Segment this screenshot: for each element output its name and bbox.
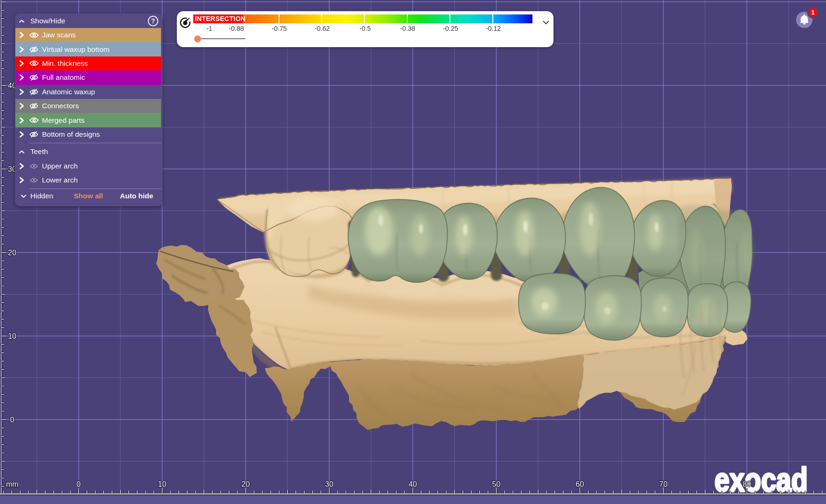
- svg-text:1: 1: [811, 9, 815, 16]
- svg-text:0: 0: [77, 480, 81, 488]
- svg-text:10: 10: [8, 332, 16, 340]
- svg-text:70: 70: [659, 480, 668, 488]
- svg-text:50: 50: [492, 480, 501, 488]
- svg-text:80: 80: [743, 480, 751, 488]
- svg-text:?: ?: [151, 17, 155, 25]
- svg-text:30: 30: [325, 480, 334, 488]
- svg-text:40: 40: [409, 480, 417, 488]
- svg-text:60: 60: [576, 480, 584, 488]
- svg-text:10: 10: [158, 480, 167, 488]
- svg-text:mm: mm: [6, 480, 19, 488]
- svg-text:20: 20: [242, 480, 250, 488]
- svg-text:0: 0: [10, 416, 14, 424]
- svg-text:exocad: exocad: [714, 461, 808, 498]
- svg-text:20: 20: [8, 249, 16, 257]
